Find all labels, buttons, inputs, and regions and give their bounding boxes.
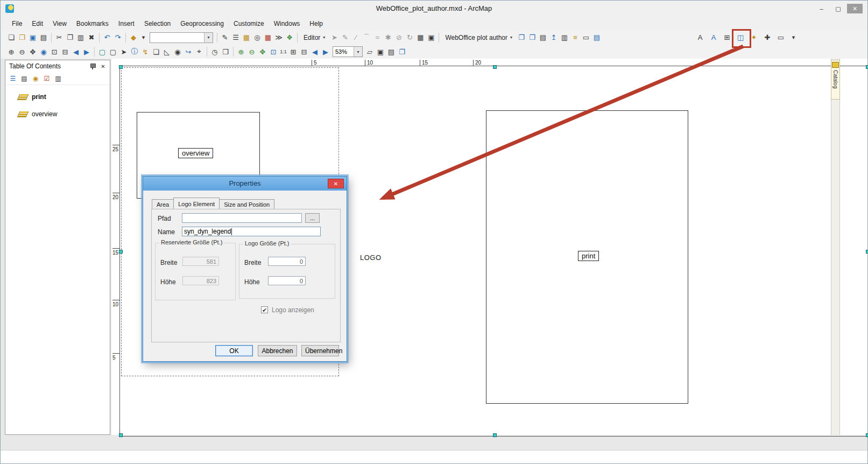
cancel-button[interactable]: Abbrechen bbox=[258, 345, 297, 356]
print-icon[interactable]: ▤ bbox=[38, 32, 49, 43]
selection-handle[interactable] bbox=[866, 433, 868, 437]
tab-size-and-position[interactable]: Size and Position bbox=[219, 199, 274, 209]
attribute-table-icon[interactable]: ▦ bbox=[415, 32, 426, 43]
layout-pan-icon[interactable]: ✥ bbox=[257, 46, 268, 57]
zoom-whole-page-icon[interactable]: ⊡ bbox=[268, 46, 279, 57]
dialog-close-button[interactable]: ✕ bbox=[328, 179, 344, 188]
catalog-tab[interactable]: Catalog bbox=[831, 60, 840, 100]
modelbuilder-icon[interactable]: ❖ bbox=[284, 32, 295, 43]
editor-edit-tool-icon[interactable]: ➤ bbox=[329, 32, 340, 43]
layout-zoom-combo[interactable]: ▾ bbox=[333, 46, 363, 57]
menu-help[interactable]: Help bbox=[305, 18, 328, 29]
cut-icon[interactable]: ✂ bbox=[54, 32, 65, 43]
list-by-visibility-icon[interactable]: ◉ bbox=[31, 74, 40, 83]
combo-dropdown-icon[interactable]: ▾ bbox=[204, 33, 213, 43]
minimize-button[interactable]: – bbox=[814, 4, 829, 13]
weboffice-plot-author-dropdown[interactable]: WebOffice plot author ▾ bbox=[441, 33, 516, 43]
table-of-contents-toggle-icon[interactable]: ☰ bbox=[230, 32, 241, 43]
north-arrow-icon[interactable]: ✚ bbox=[762, 32, 773, 43]
save-icon[interactable]: ▣ bbox=[27, 32, 38, 43]
toc-options-icon[interactable]: ▥ bbox=[53, 74, 63, 83]
weboffice-legend-icon[interactable]: ▤ bbox=[591, 32, 602, 43]
selection-handle[interactable] bbox=[119, 433, 123, 437]
add-data-icon[interactable]: ◆ bbox=[128, 32, 139, 43]
pin-icon[interactable] bbox=[89, 62, 96, 70]
full-extent-icon[interactable]: ◉ bbox=[38, 46, 49, 57]
tab-area[interactable]: Area bbox=[152, 199, 174, 209]
find-route-icon[interactable]: ↪ bbox=[183, 46, 194, 57]
list-by-selection-icon[interactable]: ☑ bbox=[42, 74, 52, 83]
toggle-draft-mode-icon[interactable]: ▱ bbox=[364, 46, 375, 57]
zoom-out-icon[interactable]: ⊖ bbox=[17, 46, 27, 57]
map-scale-combo[interactable]: ▾ bbox=[150, 32, 213, 43]
add-data-caret-icon[interactable]: ▾ bbox=[139, 32, 148, 43]
weboffice-frame-icon[interactable]: ▭ bbox=[581, 32, 591, 43]
editor-line-tool-icon[interactable]: ∕ bbox=[350, 32, 361, 43]
paste-icon[interactable]: ▥ bbox=[75, 32, 86, 43]
zoom-100-icon[interactable]: 1:1 bbox=[279, 46, 288, 57]
menu-customize[interactable]: Customize bbox=[229, 18, 269, 29]
focus-data-frame-icon[interactable]: ▣ bbox=[375, 46, 386, 57]
hyperlink-icon[interactable]: ↯ bbox=[140, 46, 151, 57]
apply-button[interactable]: Übernehmen bbox=[301, 345, 339, 356]
weboffice-print-icon[interactable]: ▤ bbox=[538, 32, 548, 43]
tab-logo-element[interactable]: Logo Element bbox=[173, 198, 220, 209]
ok-button[interactable]: OK bbox=[215, 345, 253, 356]
search-window-icon[interactable]: ◎ bbox=[252, 32, 263, 43]
weboffice-export-icon[interactable]: ↥ bbox=[548, 32, 559, 43]
list-by-source-icon[interactable]: ▤ bbox=[19, 74, 29, 83]
weboffice-book-icon[interactable]: ▥ bbox=[559, 32, 570, 43]
layout-back-icon[interactable]: ◀ bbox=[309, 46, 320, 57]
menu-view[interactable]: View bbox=[48, 18, 72, 29]
menu-geoprocessing[interactable]: Geoprocessing bbox=[175, 18, 229, 29]
viewer-window-icon[interactable]: ❒ bbox=[220, 46, 231, 57]
copy-icon[interactable]: ❐ bbox=[65, 32, 75, 43]
browse-button[interactable]: ... bbox=[305, 213, 320, 223]
data-frame-overview[interactable]: overview bbox=[5, 108, 110, 121]
selection-handle[interactable] bbox=[866, 65, 868, 69]
layout-zoom-out-icon[interactable]: ⊖ bbox=[246, 46, 257, 57]
time-slider-icon[interactable]: ◷ bbox=[209, 46, 220, 57]
select-elements-icon[interactable]: ➤ bbox=[118, 46, 129, 57]
editor-arc-tool-icon[interactable]: ⌒ bbox=[361, 32, 372, 43]
find-icon[interactable]: ◉ bbox=[172, 46, 183, 57]
combo-dropdown-icon[interactable]: ▾ bbox=[354, 47, 362, 57]
editor-rotate-tool-icon[interactable]: ↻ bbox=[404, 32, 415, 43]
layout-zoom-input[interactable] bbox=[333, 47, 354, 57]
map-scale-input[interactable] bbox=[150, 33, 204, 43]
delete-icon[interactable]: ✖ bbox=[86, 32, 97, 43]
html-popup-icon[interactable]: ❏ bbox=[151, 46, 161, 57]
weboffice-page-icon[interactable]: ❐ bbox=[516, 32, 527, 43]
text-format-icon[interactable]: A bbox=[695, 32, 705, 43]
weboffice-copy-page-icon[interactable]: ❐ bbox=[527, 32, 538, 43]
scale-bar-icon[interactable]: ▭ bbox=[775, 32, 786, 43]
menu-bookmarks[interactable]: Bookmarks bbox=[72, 18, 114, 29]
menu-edit[interactable]: Edit bbox=[27, 18, 48, 29]
arctoolbox-icon[interactable]: ▦ bbox=[263, 32, 273, 43]
logo-breite-input[interactable] bbox=[268, 257, 306, 266]
layout-fixed-zoom-in-icon[interactable]: ⊞ bbox=[288, 46, 299, 57]
fixed-zoom-in-icon[interactable]: ⊡ bbox=[49, 46, 60, 57]
catalog-window-icon[interactable]: ▦ bbox=[241, 32, 252, 43]
menu-file[interactable]: File bbox=[7, 18, 27, 29]
measure-icon[interactable]: ◺ bbox=[161, 46, 172, 57]
change-layout-icon[interactable]: ▤ bbox=[386, 46, 397, 57]
editor-split-tool-icon[interactable]: ⊘ bbox=[393, 32, 404, 43]
selection-handle[interactable] bbox=[119, 250, 123, 254]
close-button[interactable]: ✕ bbox=[847, 4, 863, 13]
title-bar[interactable]: WebOffice_plot_author.mxd - ArcMap – ▢ ✕ bbox=[1, 1, 867, 17]
name-input[interactable]: syn_dyn_legend bbox=[182, 227, 321, 236]
annotation-grid-icon[interactable]: ⊞ bbox=[722, 32, 732, 43]
editor-sketch-tool-icon[interactable]: ✎ bbox=[340, 32, 350, 43]
data-driven-pages-icon[interactable]: ❐ bbox=[397, 46, 407, 57]
layout-zoom-in-icon[interactable]: ⊕ bbox=[236, 46, 246, 57]
label-manager-icon[interactable]: A bbox=[708, 32, 719, 43]
zoom-in-icon[interactable]: ⊕ bbox=[6, 46, 17, 57]
editor-trace-tool-icon[interactable]: ≈ bbox=[372, 32, 383, 43]
go-to-xy-icon[interactable]: ⌖ bbox=[194, 46, 204, 57]
identify-icon[interactable]: ⓘ bbox=[129, 46, 140, 57]
layout-forward-icon[interactable]: ▶ bbox=[320, 46, 331, 57]
maximize-button[interactable]: ▢ bbox=[830, 4, 846, 13]
create-features-icon[interactable]: ▣ bbox=[426, 32, 436, 43]
new-map-icon[interactable]: ❏ bbox=[6, 32, 17, 43]
